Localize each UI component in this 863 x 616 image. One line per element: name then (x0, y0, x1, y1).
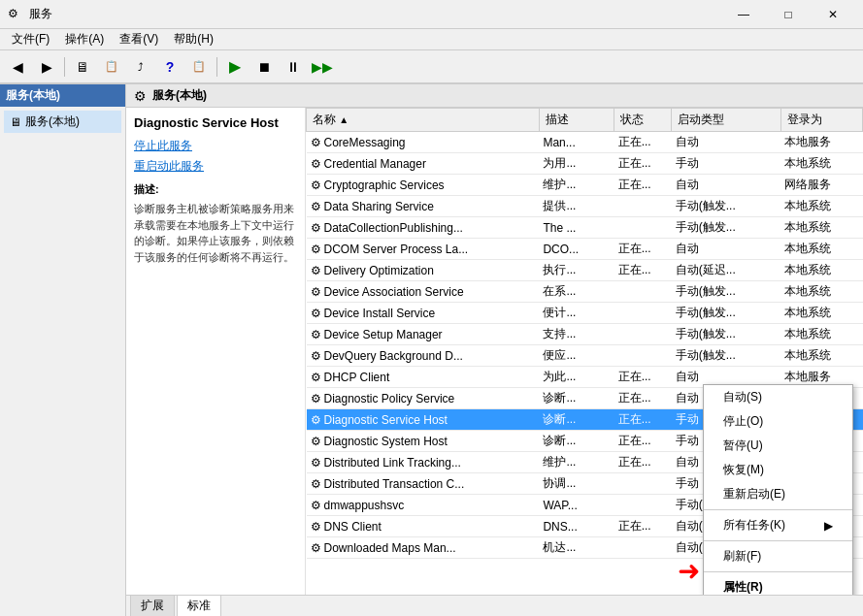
service-status: 正在... (614, 260, 672, 281)
service-name: Diagnostic System Host (324, 435, 448, 448)
panel-title: 服务(本地) (152, 87, 207, 104)
service-gear-icon: ⚙ (311, 136, 321, 149)
service-login: 本地系统 (780, 303, 862, 324)
service-login: 网络服务 (780, 175, 862, 196)
service-gear-icon: ⚙ (311, 520, 321, 534)
service-status: 正在... (614, 239, 672, 260)
service-status: 正在... (614, 388, 672, 409)
service-startup: 手动(触发... (672, 217, 780, 239)
service-gear-icon: ⚙ (311, 413, 321, 427)
service-status: 正在... (614, 431, 672, 452)
ctx-refresh[interactable]: 刷新(F) (704, 544, 852, 568)
service-name: Diagnostic Service Host (324, 413, 448, 427)
service-status: 正在... (614, 452, 672, 473)
service-login: 本地系统 (780, 196, 862, 217)
restart-service-button[interactable]: ▶▶ (309, 54, 336, 80)
export-button[interactable]: ⤴ (127, 54, 154, 80)
col-login[interactable]: 登录为 (780, 109, 862, 132)
ctx-properties[interactable]: 属性(R) (704, 575, 852, 595)
minimize-button[interactable]: — (721, 0, 766, 29)
window-icon: ⚙ (8, 7, 23, 22)
service-login: 本地系统 (780, 217, 862, 239)
service-desc: 维护... (539, 175, 614, 196)
table-row[interactable]: ⚙Delivery Optimization执行...正在...自动(延迟...… (307, 260, 863, 281)
service-desc: 为用... (539, 153, 614, 175)
ctx-restart[interactable]: 重新启动(E) (704, 482, 852, 506)
start-service-button[interactable]: ▶ (221, 54, 249, 80)
service-status (614, 324, 672, 345)
menu-item-f[interactable]: 文件(F) (4, 29, 57, 49)
service-desc: 支持... (539, 324, 614, 345)
ctx-auto[interactable]: 自动(S) (704, 385, 852, 409)
tab-expand[interactable]: 扩展 (130, 595, 175, 616)
tab-standard[interactable]: 标准 (177, 595, 221, 616)
close-button[interactable]: ✕ (811, 0, 855, 29)
service-name: DevQuery Background D... (324, 349, 463, 363)
table-row[interactable]: ⚙DCOM Server Process La...DCO...正在...自动本… (307, 239, 863, 260)
table-row[interactable]: ⚙Credential Manager为用...正在...手动本地系统 (307, 153, 863, 175)
menu-item-v[interactable]: 查看(V) (112, 29, 166, 49)
help-button[interactable]: ? (156, 54, 183, 80)
service-status (614, 196, 672, 217)
menu-item-h[interactable]: 帮助(H) (166, 29, 221, 49)
service-status: 正在... (614, 153, 672, 175)
service-desc: 在系... (539, 281, 614, 303)
back-button[interactable]: ◀ (4, 54, 31, 80)
restart-service-link[interactable]: 重启动此服务 (134, 158, 297, 175)
ctx-resume[interactable]: 恢复(M) (704, 458, 852, 482)
service-name: Diagnostic Policy Service (324, 392, 455, 405)
table-row[interactable]: ⚙DevQuery Background D...便应...手动(触发...本地… (307, 345, 863, 367)
service-startup: 自动 (672, 239, 780, 260)
service-desc: The ... (539, 217, 614, 239)
table-row[interactable]: ⚙DataCollectionPublishing...The ...手动(触发… (307, 217, 863, 239)
stop-service-link[interactable]: 停止此服务 (134, 138, 297, 154)
col-startup[interactable]: 启动类型 (672, 109, 780, 132)
table-row[interactable]: ⚙Device Setup Manager支持...手动(触发...本地系统 (307, 324, 863, 345)
toolbar-separator-2 (216, 57, 217, 77)
col-status[interactable]: 状态 (614, 109, 672, 132)
service-desc: DNS... (539, 516, 614, 537)
title-bar: ⚙ 服务 — □ ✕ (0, 0, 863, 29)
service-login: 本地系统 (780, 345, 862, 367)
table-row[interactable]: ⚙Data Sharing Service提供...手动(触发...本地系统 (307, 196, 863, 217)
tree-item-local-services[interactable]: 🖥 服务(本地) (4, 111, 121, 133)
service-name: Device Install Service (324, 307, 436, 320)
service-gear-icon: ⚙ (311, 435, 321, 448)
menu-item-a[interactable]: 操作(A) (57, 29, 112, 49)
show-scope-button[interactable]: 🖥 (69, 54, 96, 80)
maximize-button[interactable]: □ (766, 0, 811, 29)
table-row[interactable]: ⚙Cryptographic Services维护...正在...自动网络服务 (307, 175, 863, 196)
bottom-tabs: 扩展 标准 (126, 595, 863, 616)
service-status: 正在... (614, 516, 672, 537)
service-desc: DCO... (539, 239, 614, 260)
table-row[interactable]: ⚙Device Association Service在系...手动(触发...… (307, 281, 863, 303)
tree-icon: 🖥 (10, 115, 21, 129)
service-name: Data Sharing Service (324, 200, 434, 213)
service-gear-icon: ⚙ (311, 307, 321, 320)
service-startup: 自动 (672, 132, 780, 153)
ctx-pause[interactable]: 暂停(U) (704, 434, 852, 458)
stop-service-button[interactable]: ⏹ (250, 54, 278, 80)
title-bar-controls: — □ ✕ (721, 0, 855, 29)
table-row[interactable]: ⚙CoreMessagingMan...正在...自动本地服务 (307, 132, 863, 153)
service-name: DCOM Server Process La... (324, 243, 469, 256)
left-panel-header: 服务(本地) (0, 84, 125, 107)
view-button[interactable]: 📋 (185, 54, 213, 80)
content-row: Diagnostic Service Host 停止此服务 重启动此服务 描述:… (126, 108, 863, 595)
table-row[interactable]: ⚙Device Install Service便计...手动(触发...本地系统 (307, 303, 863, 324)
ctx-stop[interactable]: 停止(O) (704, 409, 852, 434)
service-desc: 执行... (539, 260, 614, 281)
ctx-all-tasks[interactable]: 所有任务(K)▶ (704, 513, 852, 537)
col-name[interactable]: 名称 ▲ (307, 109, 540, 132)
pause-service-button[interactable]: ⏸ (280, 54, 307, 80)
service-gear-icon: ⚙ (311, 328, 321, 341)
service-desc: 诊断... (539, 431, 614, 452)
new-window-button[interactable]: 📋 (98, 54, 125, 80)
service-startup: 手动(触发... (672, 324, 780, 345)
service-gear-icon: ⚙ (311, 392, 321, 405)
service-name: Device Association Service (324, 285, 464, 299)
service-gear-icon: ⚙ (311, 371, 321, 384)
forward-button[interactable]: ▶ (33, 54, 60, 80)
col-desc[interactable]: 描述 (539, 109, 614, 132)
service-detail-panel: Diagnostic Service Host 停止此服务 重启动此服务 描述:… (126, 108, 306, 595)
